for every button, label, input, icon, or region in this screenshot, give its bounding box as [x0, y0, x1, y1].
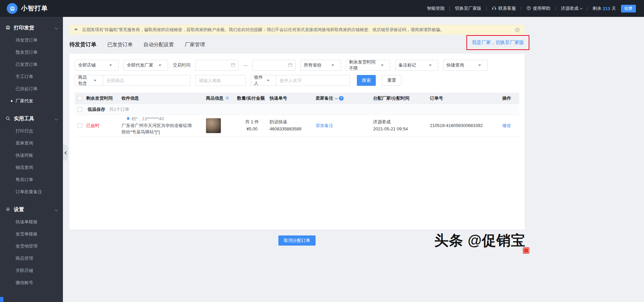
remaining-suffix: 天	[612, 5, 616, 11]
date-end-field[interactable]	[255, 63, 288, 68]
sidebar-section-print-ship: 打印发货 待发货订单 预发货订单 已发货订单 手工订单 已挂起订单 厂家代发	[0, 22, 63, 107]
remaining-ship-time-select[interactable]: 剩余发货时间不限	[346, 60, 390, 71]
sidebar-item-shiplist-template[interactable]: 发货单模板	[0, 228, 63, 240]
remark-tag-select[interactable]: 备注标记	[395, 60, 438, 71]
contact-support-link[interactable]: 联系客服	[492, 5, 516, 11]
renew-button[interactable]: 续费	[621, 5, 636, 12]
watermark-text: 头条 @促销宝	[434, 231, 526, 250]
shop-filter-select[interactable]: 全部店铺	[75, 60, 119, 71]
dropship-factory-select[interactable]: 全部代发厂家	[123, 60, 168, 71]
user-menu[interactable]: 济源老成	[561, 5, 582, 11]
chevron-down-icon[interactable]	[335, 96, 338, 99]
search-button[interactable]: 搜索	[357, 75, 376, 86]
sidebar-item-waybill-template[interactable]: 快递单模板	[0, 216, 63, 228]
sidebar-item-logistics-query[interactable]: 物流查询	[0, 161, 63, 174]
row-checkbox[interactable]	[77, 123, 82, 128]
sidebar-item-factory-dropship[interactable]: 厂家代发	[0, 95, 63, 107]
sidebar-item-product-manage[interactable]: 商品管理	[0, 252, 63, 265]
sidebar-item-manual-orders[interactable]: 手工订单	[0, 71, 63, 83]
cancel-assign-order-button[interactable]: 取消分配订单	[278, 235, 316, 246]
sidebar-title-tools[interactable]: 实用工具	[0, 112, 63, 125]
assign-time: 2021-05-21 09:54	[373, 126, 427, 133]
group-label: 低温保存 共1个订单	[85, 106, 129, 112]
smart-login-link[interactable]: 智能登陆	[427, 5, 444, 11]
quick-query-select[interactable]: 快捷查询	[443, 60, 488, 71]
chevron-down-icon	[159, 65, 161, 66]
group-checkbox[interactable]	[77, 107, 82, 112]
col-remaining-ship-time: 剩余发货时间	[85, 95, 120, 101]
sidebar-section-tools: 实用工具 打印日志 底单查询 快递对账 物流查询 售后订单 订单批量备注	[0, 112, 63, 198]
switch-factory-version-link[interactable]: 切换至厂家版	[455, 5, 481, 11]
sidebar-title-label: 打印发货	[14, 25, 34, 31]
recipient-filter-combo: 收件人	[251, 75, 350, 86]
order-group-row: 低温保存 共1个订单	[75, 104, 519, 115]
tab-pending-orders[interactable]: 待发货订单	[69, 41, 96, 48]
shop-filter-value: 全部店铺	[78, 62, 96, 68]
lock-icon[interactable]	[126, 116, 130, 121]
product-image[interactable]	[206, 118, 221, 133]
chevron-down-icon	[94, 80, 96, 81]
close-icon[interactable]	[515, 27, 520, 32]
recipient-name-input[interactable]	[276, 75, 350, 86]
user-name: 济源老成	[561, 5, 578, 11]
printer-icon	[7, 3, 18, 14]
gear-icon[interactable]	[225, 96, 230, 101]
gear-icon	[5, 207, 10, 213]
chevron-down-icon	[580, 6, 582, 9]
sidebar-title-settings[interactable]: 设置	[0, 203, 63, 216]
question-circle-icon	[526, 6, 531, 11]
province-value: 所有省份	[304, 62, 321, 68]
remaining-prefix: 剩余	[593, 5, 601, 11]
product-name-input[interactable]	[103, 75, 190, 86]
select-all-checkbox[interactable]	[77, 96, 82, 101]
remaining-ship-time-value: 剩余发货时间不限	[349, 59, 377, 71]
factory-name: 济源老成	[373, 119, 427, 126]
help-circle-icon[interactable]: ?	[339, 96, 344, 101]
sidebar-item-suspended-orders[interactable]: 已挂起订单	[0, 83, 63, 95]
trade-time-end-input[interactable]	[252, 60, 296, 71]
recipient-field-select[interactable]: 收件人	[251, 75, 276, 86]
sidebar-item-express-reconcile[interactable]: 快递对账	[0, 149, 63, 161]
divider	[587, 6, 588, 11]
modify-link[interactable]: 修改	[502, 123, 511, 128]
spec-input[interactable]	[195, 75, 246, 86]
province-select[interactable]: 所有省份	[300, 60, 341, 71]
chevron-down-icon	[55, 26, 58, 30]
sidebar-collapse-handle[interactable]	[63, 145, 68, 161]
sidebar-item-pending-orders[interactable]: 待发货订单	[0, 34, 63, 46]
col-product-info-label: 商品信息	[206, 95, 224, 101]
recipient-name: 积*，13*******40	[132, 116, 164, 122]
remaining-days: 剩余 213 天	[593, 5, 616, 11]
divider	[450, 6, 450, 11]
sidebar-item-pre-ship-orders[interactable]: 预发货订单	[0, 46, 63, 58]
product-contains-select[interactable]: 商品包含	[75, 75, 103, 86]
tab-auto-assign-settings[interactable]: 自动分配设置	[143, 42, 174, 48]
sidebar-item-wechat-account[interactable]: 微信账号	[0, 277, 63, 289]
remark-tag-value: 备注标记	[398, 62, 416, 68]
sidebar-item-receipt-query[interactable]: 底单查询	[0, 137, 63, 149]
help-link[interactable]: 使用帮助	[526, 5, 550, 11]
sidebar-title-label: 实用工具	[14, 116, 34, 122]
tab-factory-management[interactable]: 厂家管理	[185, 42, 205, 48]
tabs: 待发货订单 已发货订单 自动分配设置 厂家管理	[69, 38, 529, 51]
group-order-count: 共1个订单	[109, 106, 129, 112]
calendar-icon	[288, 62, 293, 68]
sidebar-item-linked-shops[interactable]: 关联店铺	[0, 265, 63, 277]
filter-row-1: 全部店铺 全部代发厂家 交易时间 — 所有省份 剩余发货	[75, 60, 519, 71]
notice-text: 近期发现有“诈骗犯”冒充服务商，骗取商家的店铺账密，提取商家的账户余额。我们在此…	[82, 27, 511, 33]
sidebar-title-print-ship[interactable]: 打印发货	[0, 22, 63, 34]
tab-shipped-orders[interactable]: 已发货订单	[107, 42, 133, 48]
sidebar-item-shipped-orders[interactable]: 已发货订单	[0, 58, 63, 71]
main-content: 近期发现有“诈骗犯”冒充服务商，骗取商家的店铺账密，提取商家的账户余额。我们在此…	[63, 17, 644, 302]
sidebar-item-shipfrom-manage[interactable]: 发货地管理	[0, 240, 63, 252]
sidebar-item-aftersale-orders[interactable]: 售后订单	[0, 174, 63, 186]
trade-time-start-input[interactable]	[195, 60, 238, 71]
date-start-field[interactable]	[198, 63, 231, 68]
reset-button[interactable]: 重置	[382, 75, 401, 86]
switch-to-factory-link[interactable]: 我是厂家，切换至厂家版	[472, 40, 524, 45]
sidebar-item-print-log[interactable]: 打印日志	[0, 125, 63, 137]
add-remark-link[interactable]: 添加备注	[316, 123, 333, 129]
watermark-badge-icon	[523, 247, 529, 254]
chevron-down-icon	[381, 65, 384, 66]
sidebar-item-batch-remark[interactable]: 订单批量备注	[0, 186, 63, 198]
